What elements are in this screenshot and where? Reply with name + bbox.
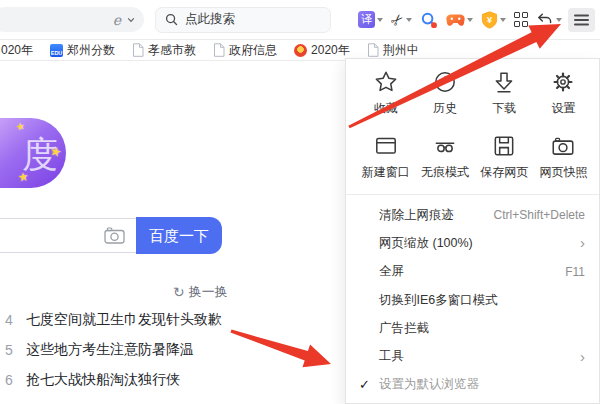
menu-item-ad-block[interactable]: 广告拦截 xyxy=(346,314,599,342)
chevron-down-icon[interactable] xyxy=(127,16,135,24)
games-button[interactable] xyxy=(444,9,475,31)
menu-new-window[interactable]: 新建窗口 xyxy=(356,131,415,183)
translate-button[interactable]: 译 xyxy=(356,8,385,31)
hot-text: 七度空间就卫生巾发现针头致歉 xyxy=(26,311,222,329)
bookmark-item[interactable]: 荆州中 xyxy=(367,42,419,59)
ie-compat-icon: e xyxy=(113,13,121,27)
download-icon xyxy=(491,69,517,95)
menu-grid-label: 设置 xyxy=(551,100,575,117)
undo-icon xyxy=(536,11,554,29)
menu-grid-label: 网页快照 xyxy=(539,164,587,181)
incognito-icon xyxy=(432,133,458,159)
toolbar-search-box[interactable]: 点此搜索 xyxy=(155,7,331,33)
shield-icon: ¥ xyxy=(481,11,498,29)
menu-downloads[interactable]: 下载 xyxy=(475,67,534,119)
address-bar[interactable]: e xyxy=(0,7,144,32)
menu-item-label: 网页缩放 (100%) xyxy=(379,235,580,252)
menu-item-label: 广告拦截 xyxy=(379,320,585,337)
menu-settings[interactable]: 设置 xyxy=(534,67,593,119)
star-decoration: ★ xyxy=(17,169,30,184)
main-menu-panel: 收藏 历史 下载 xyxy=(345,58,600,404)
hot-text: 抢七大战快船淘汰独行侠 xyxy=(26,371,180,389)
menu-item-fullscreen[interactable]: 全屏 F11 xyxy=(346,258,599,286)
clock-icon xyxy=(432,69,458,95)
camera-icon xyxy=(550,133,576,159)
caret-down-icon[interactable] xyxy=(556,18,562,22)
hot-text: 这些地方考生注意防暑降温 xyxy=(26,341,194,359)
new-window-icon xyxy=(373,133,399,159)
caret-down-icon[interactable] xyxy=(467,18,473,22)
menu-save-page[interactable]: 保存网页 xyxy=(475,131,534,183)
search-icon xyxy=(165,13,178,26)
hot-search-list: 4 七度空间就卫生巾发现针头致歉 5 这些地方考生注意防暑降温 6 抢七大战快船… xyxy=(4,305,334,395)
svg-text:¥: ¥ xyxy=(486,14,491,24)
camera-search-icon[interactable] xyxy=(104,227,125,244)
menu-grid-label: 收藏 xyxy=(374,100,398,117)
menu-history[interactable]: 历史 xyxy=(415,67,474,119)
bookmark-item[interactable]: EDU 郑州分数 xyxy=(50,42,115,59)
baidu-search-button[interactable]: 百度一下 xyxy=(136,217,222,254)
undo-restore-button[interactable] xyxy=(534,8,564,32)
menu-item-page-zoom[interactable]: 网页缩放 (100%) › xyxy=(346,229,599,257)
scissors-icon: ✂ xyxy=(386,9,408,31)
baidu-festival-logo: 度 ★ ★ ★ ★ xyxy=(0,118,66,188)
menu-grid-label: 新建窗口 xyxy=(362,164,410,181)
page-icon xyxy=(132,43,144,57)
magnifier-icon xyxy=(420,11,438,29)
hot-list-item[interactable]: 5 这些地方考生注意防暑降温 xyxy=(4,335,334,365)
bookmark-label: 政府信息 xyxy=(229,42,277,59)
menu-item-label: 切换到IE6多窗口模式 xyxy=(379,292,585,309)
page-icon xyxy=(367,43,379,57)
menu-item-tools[interactable]: 工具 › xyxy=(346,342,599,370)
security-button[interactable]: ¥ xyxy=(479,8,508,32)
checkmark-icon: ✓ xyxy=(359,377,379,392)
menu-snapshot[interactable]: 网页快照 xyxy=(534,131,593,183)
star-decoration: ★ xyxy=(49,143,64,160)
bookmark-item[interactable]: 孝感市教 xyxy=(132,42,196,59)
bookmark-item[interactable]: 020年 xyxy=(1,42,33,59)
apps-grid-icon xyxy=(514,12,529,27)
caret-down-icon[interactable] xyxy=(500,18,506,22)
hot-rank: 6 xyxy=(4,372,14,388)
menu-list: 清除上网痕迹 Ctrl+Shift+Delete 网页缩放 (100%) › 全… xyxy=(346,199,599,404)
gear-icon xyxy=(550,69,576,95)
refresh-icon: ↻ xyxy=(173,285,185,299)
hamburger-icon xyxy=(574,19,589,21)
menu-grid-label: 保存网页 xyxy=(480,164,528,181)
menu-item-clear-traces[interactable]: 清除上网痕迹 Ctrl+Shift+Delete xyxy=(346,201,599,229)
menu-grid-label: 下载 xyxy=(492,100,516,117)
menu-grid-label: 历史 xyxy=(433,100,457,117)
toolbar: e 点此搜索 译 ✂ xyxy=(0,0,600,40)
screenshot-button[interactable]: ✂ xyxy=(389,8,414,32)
bookmark-label: 020年 xyxy=(1,42,33,59)
menu-item-ie6-mode[interactable]: 切换到IE6多窗口模式 xyxy=(346,286,599,314)
menu-quick-grid: 收藏 历史 下载 xyxy=(346,59,599,183)
hot-list-item[interactable]: 6 抢七大战快船淘汰独行侠 xyxy=(4,365,334,395)
hot-list-item[interactable]: 4 七度空间就卫生巾发现针头致歉 xyxy=(4,305,334,335)
menu-grid-label: 无痕模式 xyxy=(421,164,469,181)
bookmark-label: 郑州分数 xyxy=(67,42,115,59)
toolbar-icon-group: 译 ✂ xyxy=(356,8,600,32)
emblem-favicon xyxy=(294,44,307,57)
menu-item-label: 清除上网痕迹 xyxy=(379,207,494,224)
menu-favorites[interactable]: 收藏 xyxy=(356,67,415,119)
apps-grid-button[interactable] xyxy=(512,9,531,30)
edu-favicon: EDU xyxy=(50,44,63,57)
menu-incognito[interactable]: 无痕模式 xyxy=(415,131,474,183)
submenu-chevron-icon: › xyxy=(580,237,585,249)
main-menu-button[interactable] xyxy=(568,8,595,32)
bookmark-item[interactable]: 2020年 xyxy=(294,42,350,59)
find-search-button[interactable] xyxy=(418,8,440,32)
hot-list-refresh[interactable]: ↻ 换一换 xyxy=(173,283,228,301)
refresh-label: 换一换 xyxy=(189,283,228,301)
translate-icon: 译 xyxy=(358,11,375,28)
menu-item-set-default-browser[interactable]: ✓ 设置为默认浏览器 xyxy=(346,371,599,399)
menu-item-label: 设置为默认浏览器 xyxy=(379,376,585,393)
hot-rank: 5 xyxy=(4,342,14,358)
baidu-search-input[interactable] xyxy=(0,218,136,253)
menu-item-help[interactable]: 帮助 › xyxy=(346,399,599,404)
caret-down-icon[interactable] xyxy=(377,18,383,22)
bookmark-item[interactable]: 政府信息 xyxy=(213,42,277,59)
menu-item-label: 全屏 xyxy=(379,263,565,280)
star-icon xyxy=(373,69,399,95)
